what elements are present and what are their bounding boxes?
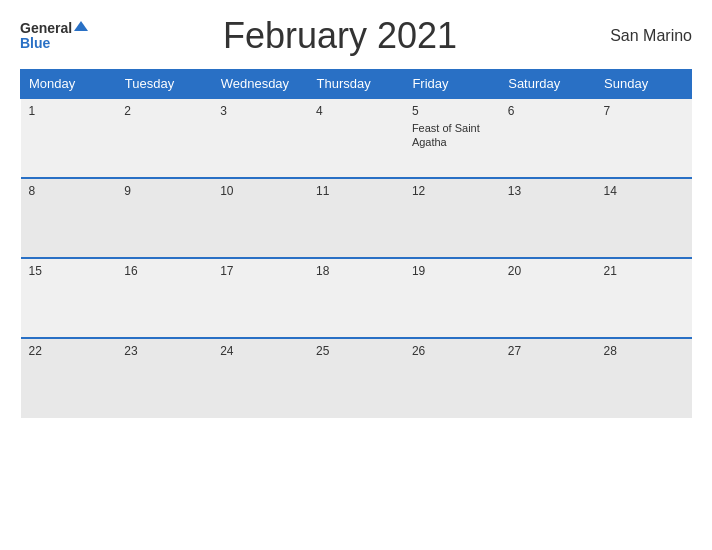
calendar-cell: 8 xyxy=(21,178,117,258)
day-number: 14 xyxy=(604,184,684,198)
day-number: 1 xyxy=(29,104,109,118)
day-number: 24 xyxy=(220,344,300,358)
calendar-cell: 25 xyxy=(308,338,404,418)
calendar-cell: 6 xyxy=(500,98,596,178)
day-number: 18 xyxy=(316,264,396,278)
calendar-cell: 24 xyxy=(212,338,308,418)
calendar-cell: 5Feast of Saint Agatha xyxy=(404,98,500,178)
calendar-week-3: 15161718192021 xyxy=(21,258,692,338)
day-of-week-friday: Friday xyxy=(404,70,500,99)
day-number: 28 xyxy=(604,344,684,358)
day-number: 16 xyxy=(124,264,204,278)
calendar-week-4: 22232425262728 xyxy=(21,338,692,418)
day-number: 10 xyxy=(220,184,300,198)
calendar-cell: 28 xyxy=(596,338,692,418)
calendar-title: February 2021 xyxy=(88,15,592,57)
day-number: 17 xyxy=(220,264,300,278)
calendar-cell: 3 xyxy=(212,98,308,178)
calendar-table: MondayTuesdayWednesdayThursdayFridaySatu… xyxy=(20,69,692,418)
day-of-week-monday: Monday xyxy=(21,70,117,99)
logo-blue-text: Blue xyxy=(20,35,50,51)
logo-general-text: General xyxy=(20,21,72,35)
header: General Blue February 2021 San Marino xyxy=(20,15,692,57)
calendar-cell: 9 xyxy=(116,178,212,258)
calendar-cell: 14 xyxy=(596,178,692,258)
day-number: 12 xyxy=(412,184,492,198)
day-of-week-sunday: Sunday xyxy=(596,70,692,99)
calendar-cell: 12 xyxy=(404,178,500,258)
day-number: 20 xyxy=(508,264,588,278)
day-number: 3 xyxy=(220,104,300,118)
day-number: 25 xyxy=(316,344,396,358)
days-of-week-row: MondayTuesdayWednesdayThursdayFridaySatu… xyxy=(21,70,692,99)
calendar-body: 12345Feast of Saint Agatha67891011121314… xyxy=(21,98,692,418)
day-number: 7 xyxy=(604,104,684,118)
day-number: 8 xyxy=(29,184,109,198)
calendar-cell: 16 xyxy=(116,258,212,338)
day-of-week-saturday: Saturday xyxy=(500,70,596,99)
calendar-week-2: 891011121314 xyxy=(21,178,692,258)
day-number: 13 xyxy=(508,184,588,198)
day-number: 15 xyxy=(29,264,109,278)
day-number: 21 xyxy=(604,264,684,278)
calendar-cell: 7 xyxy=(596,98,692,178)
calendar-cell: 18 xyxy=(308,258,404,338)
calendar-header: MondayTuesdayWednesdayThursdayFridaySatu… xyxy=(21,70,692,99)
logo-triangle-icon xyxy=(74,21,88,31)
calendar-cell: 10 xyxy=(212,178,308,258)
day-number: 19 xyxy=(412,264,492,278)
calendar-cell: 15 xyxy=(21,258,117,338)
event-label: Feast of Saint Agatha xyxy=(412,122,480,148)
calendar-cell: 17 xyxy=(212,258,308,338)
calendar-cell: 26 xyxy=(404,338,500,418)
day-of-week-tuesday: Tuesday xyxy=(116,70,212,99)
day-of-week-wednesday: Wednesday xyxy=(212,70,308,99)
calendar-cell: 2 xyxy=(116,98,212,178)
day-number: 22 xyxy=(29,344,109,358)
calendar-week-1: 12345Feast of Saint Agatha67 xyxy=(21,98,692,178)
calendar-cell: 11 xyxy=(308,178,404,258)
day-number: 2 xyxy=(124,104,204,118)
day-number: 23 xyxy=(124,344,204,358)
day-number: 5 xyxy=(412,104,492,118)
day-number: 6 xyxy=(508,104,588,118)
calendar-cell: 1 xyxy=(21,98,117,178)
calendar-cell: 27 xyxy=(500,338,596,418)
day-number: 26 xyxy=(412,344,492,358)
day-number: 9 xyxy=(124,184,204,198)
day-number: 27 xyxy=(508,344,588,358)
calendar-cell: 19 xyxy=(404,258,500,338)
day-number: 4 xyxy=(316,104,396,118)
calendar-cell: 13 xyxy=(500,178,596,258)
calendar-cell: 20 xyxy=(500,258,596,338)
logo: General Blue xyxy=(20,21,88,51)
calendar-cell: 23 xyxy=(116,338,212,418)
day-of-week-thursday: Thursday xyxy=(308,70,404,99)
calendar-cell: 21 xyxy=(596,258,692,338)
page: General Blue February 2021 San Marino Mo… xyxy=(0,0,712,550)
calendar-cell: 22 xyxy=(21,338,117,418)
calendar-cell: 4 xyxy=(308,98,404,178)
country-label: San Marino xyxy=(592,27,692,45)
day-number: 11 xyxy=(316,184,396,198)
